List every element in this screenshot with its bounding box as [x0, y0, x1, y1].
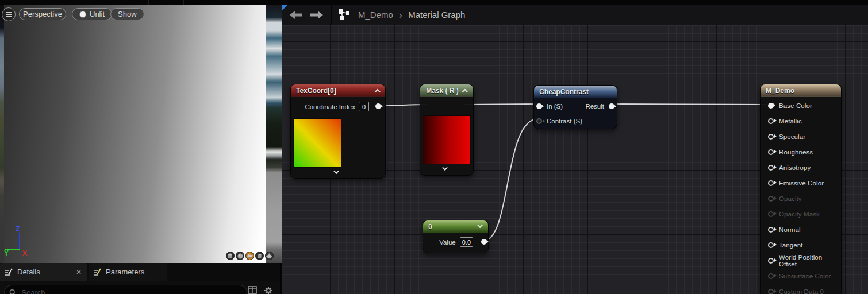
node-mask-header[interactable]: Mask ( R ) [420, 84, 473, 97]
expand-chevron-icon[interactable] [442, 165, 448, 171]
perspective-button[interactable]: Perspective [19, 8, 66, 20]
node-scalar-header[interactable]: 0 [423, 220, 488, 233]
cylinder-icon [228, 253, 233, 259]
details-search-row [0, 282, 280, 294]
cylinder-shape-button[interactable] [226, 252, 235, 260]
world-position-offset-pin[interactable] [768, 258, 774, 264]
value-field[interactable]: 0.0 [460, 237, 473, 247]
table-view-icon[interactable] [248, 286, 257, 294]
search-box[interactable] [4, 285, 247, 294]
tab-parameters[interactable]: Parameters [89, 263, 167, 281]
close-tab-icon[interactable]: ✕ [76, 268, 82, 276]
pin-row-opacity: Opacity [761, 191, 841, 206]
pin-row-roughness[interactable]: Roughness [761, 144, 841, 160]
settings-gear-icon[interactable] [264, 286, 273, 294]
node-texcoord-header[interactable]: TexCoord[0] [291, 84, 385, 97]
graph-toolbar: M_Demo › Material Graph [282, 5, 868, 25]
node-mask[interactable]: Mask ( R ) [420, 84, 474, 176]
axis-y-label: Y [4, 249, 9, 257]
breadcrumb-page[interactable]: Material Graph [408, 10, 465, 20]
pin-row-metallic[interactable]: Metallic [761, 113, 841, 129]
tab-details[interactable]: Details ✕ [0, 263, 87, 281]
pin-row-world-position-offset[interactable]: World Position Offset [761, 253, 841, 268]
pin-row-anisotropy[interactable]: Anisotropy [761, 160, 841, 175]
opacity-pin [768, 196, 774, 202]
contrast-pin-label: Contrast (S) [547, 118, 582, 125]
plane-shape-button[interactable] [245, 252, 254, 260]
show-button[interactable]: Show [110, 8, 144, 20]
show-label: Show [118, 10, 137, 18]
preview-shape-buttons [226, 252, 274, 260]
roughness-pin[interactable] [768, 149, 774, 155]
breadcrumb-asset[interactable]: M_Demo [358, 10, 393, 20]
node-texcoord[interactable]: TexCoord[0] Coordinate Index 0 [290, 84, 386, 179]
tab-parameters-label: Parameters [106, 268, 144, 276]
cube-shape-button[interactable] [255, 252, 264, 260]
tangent-pin[interactable] [768, 242, 774, 248]
base-color-pin[interactable] [768, 103, 774, 109]
result-pin[interactable] [609, 103, 614, 109]
viewport-toolbar: Perspective Unlit Show [4, 5, 266, 25]
sphere-shape-button[interactable] [236, 252, 244, 260]
material-graph-panel[interactable]: M_Demo › Material Graph TexCoord[0] Coor… [282, 5, 868, 294]
parameters-icon [93, 268, 102, 276]
axis-z-label: Z [16, 225, 20, 233]
normal-pin[interactable] [768, 227, 774, 233]
node-cheapcontrast[interactable]: CheapContrast In (S) Result Contrast (S) [533, 85, 617, 129]
scalar-output-pin[interactable] [481, 239, 487, 245]
teapot-shape-button[interactable] [265, 252, 274, 260]
axis-x-label: X [22, 249, 27, 257]
texcoord-output-pin[interactable] [375, 103, 381, 109]
top-tab-divider [183, 0, 184, 5]
in-pin[interactable] [536, 103, 542, 109]
pin-row-tangent[interactable]: Tangent [761, 237, 841, 253]
node-material-result-header[interactable]: M_Demo [761, 84, 841, 97]
node-scalar-constant[interactable]: 0 Value 0.0 [423, 220, 489, 253]
anisotropy-pin[interactable] [768, 165, 774, 171]
details-panel: Details ✕ Parameters [0, 263, 282, 294]
node-scalar-title: 0 [428, 223, 432, 231]
pin-row-base-color[interactable]: Base Color [761, 98, 841, 113]
forward-arrow-icon[interactable] [309, 9, 323, 21]
coordinate-index-field[interactable]: 0 [359, 102, 369, 111]
node-texcoord-title: TexCoord[0] [296, 87, 336, 95]
editor-backdrop-right [266, 5, 282, 263]
coordinate-index-label: Coordinate Index [305, 103, 355, 110]
cube-icon [257, 253, 263, 259]
teapot-icon [266, 253, 272, 258]
pin-row-normal[interactable]: Normal [761, 222, 841, 237]
specular-pin[interactable] [768, 134, 774, 140]
pin-row-specular[interactable]: Specular [761, 129, 841, 144]
emissive-color-pin[interactable] [768, 180, 774, 186]
contrast-pin[interactable] [536, 118, 542, 124]
unlit-button[interactable]: Unlit [72, 8, 112, 20]
tab-details-label: Details [17, 268, 40, 276]
node-mask-title: Mask ( R ) [426, 87, 459, 95]
material-input-pins: Base Color Metallic Specular Roughness A… [761, 97, 841, 294]
in-pin-label: In (S) [547, 103, 563, 110]
perspective-label: Perspective [23, 10, 62, 18]
dropdown-chevron-icon[interactable] [477, 222, 483, 228]
axis-gizmo: Z Y X [4, 223, 39, 258]
top-tab-divider [148, 0, 149, 5]
graph-focus-corner [282, 5, 288, 11]
subsurface-color-pin [768, 273, 774, 279]
viewport-menu-button[interactable] [2, 7, 16, 21]
search-input[interactable] [20, 288, 242, 294]
unlit-label: Unlit [90, 10, 105, 18]
collapse-chevron-icon[interactable] [375, 89, 381, 95]
unlit-sphere-icon [79, 11, 86, 18]
expand-chevron-icon[interactable] [333, 168, 339, 174]
search-icon [9, 289, 16, 294]
material-preview-viewport[interactable]: Perspective Unlit Show Z Y X [4, 5, 266, 263]
window-top-strip [0, 0, 868, 5]
result-pin-label: Result [585, 103, 604, 110]
metallic-pin[interactable] [768, 118, 774, 124]
collapse-chevron-icon[interactable] [462, 89, 468, 95]
node-cheapcontrast-header[interactable]: CheapContrast [534, 86, 617, 98]
pin-row-emissive-color[interactable]: Emissive Color [761, 175, 841, 191]
node-cheapcontrast-title: CheapContrast [539, 88, 589, 96]
details-tab-bar: Details ✕ Parameters [0, 263, 280, 281]
back-arrow-icon[interactable] [290, 9, 304, 21]
node-material-result[interactable]: M_Demo Base Color Metallic Specular Roug… [760, 84, 842, 294]
